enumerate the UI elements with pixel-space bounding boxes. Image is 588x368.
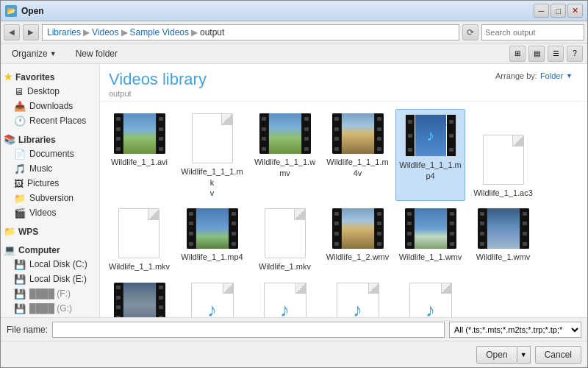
refresh-button[interactable]: ⟳ — [462, 24, 478, 40]
toolbar-right: ⊞ ▤ ☰ ? — [509, 46, 583, 62]
sidebar-item-local-e[interactable]: 💾 Local Disk (E:) — [1, 272, 99, 286]
maximize-button[interactable]: □ — [551, 4, 566, 18]
search-bar[interactable]: 🔍 — [481, 24, 584, 40]
sidebar-item-downloads[interactable]: 📥 Downloads — [1, 99, 99, 113]
sidebar-item-music[interactable]: 🎵 Music — [1, 161, 99, 176]
sidebar-favorites-section: ★ Favorites 🖥 Desktop 📥 Downloads 🕐 Rece… — [1, 70, 99, 128]
file-name: Wildlife_1_1.wmv — [399, 252, 462, 262]
sidebar-libraries-label: Libraries — [18, 135, 56, 145]
sidebar-computer-section: 💻 Computer 💾 Local Disk (C:) 💾 Local Dis… — [1, 243, 99, 316]
desktop-icon: 🖥 — [14, 86, 24, 97]
sidebar-item-pictures[interactable]: 🖼 Pictures — [1, 176, 99, 191]
sidebar-item-subversion[interactable]: 📁 Subversion — [1, 191, 99, 205]
help-button[interactable]: ? — [567, 46, 583, 62]
doc-thumbnail — [192, 113, 233, 163]
open-button-group: Open ▼ — [476, 346, 530, 364]
sidebar-drive-f-label: ████ (F:) — [29, 289, 71, 299]
filetype-select[interactable]: All (*.ts;*.mts;*.m2ts;*.trp;*.tp;* — [449, 322, 581, 338]
filename-bar: File name: All (*.ts;*.mts;*.m2ts;*.trp;… — [1, 317, 587, 341]
window-controls: ─ □ ✕ — [534, 4, 583, 18]
sidebar-desktop-label: Desktop — [27, 86, 60, 96]
file-item[interactable]: Wildlife_1_1_1.m4v — [323, 109, 392, 201]
open-button[interactable]: Open — [476, 346, 517, 364]
sidebar-recent-label: Recent Places — [29, 116, 86, 126]
file-item[interactable]: Wildlife_1_1.wmv — [395, 204, 465, 275]
new-folder-button[interactable]: New folder — [69, 46, 124, 62]
file-item[interactable]: ♪ — [323, 278, 392, 317]
file-name: Wildlife_1_1_1.mkv — [180, 166, 244, 198]
file-item[interactable]: Wildlife_1_1.ac3 — [468, 109, 538, 201]
sidebar-item-desktop[interactable]: 🖥 Desktop — [1, 84, 99, 99]
filename-input[interactable] — [52, 322, 445, 338]
file-item[interactable]: Wildlife_1_1.mp4 — [104, 278, 174, 317]
file-item[interactable]: Wildlife_1_2.wmv — [323, 204, 392, 275]
new-folder-label: New folder — [76, 49, 118, 59]
organize-button[interactable]: Organize ▼ — [5, 46, 63, 62]
sidebar-item-videos[interactable]: 🎬 Videos — [1, 205, 99, 220]
sidebar-item-documents[interactable]: 📄 Documents — [1, 146, 99, 161]
file-item[interactable]: Wildlife_1_1.avi — [104, 109, 174, 201]
documents-icon: 📄 — [14, 149, 26, 160]
sidebar-computer-header[interactable]: 💻 Computer — [1, 243, 99, 257]
computer-icon: 💻 — [4, 244, 15, 255]
doc-thumbnail — [265, 208, 306, 258]
doc-thumbnail — [483, 135, 524, 185]
minimize-button[interactable]: ─ — [534, 4, 549, 18]
sidebar-wps-label: WPS — [18, 227, 38, 237]
sidebar-item-recent-places[interactable]: 🕐 Recent Places — [1, 113, 99, 128]
subversion-icon: 📁 — [14, 193, 26, 204]
sidebar-downloads-label: Downloads — [29, 101, 73, 111]
sidebar-local-c-label: Local Disk (C:) — [29, 259, 87, 269]
file-item[interactable]: Wildlife_1_1_1.mkv — [177, 109, 247, 201]
arrange-bar: Arrange by: Folder ▼ — [495, 71, 573, 80]
video-thumbnail — [114, 283, 165, 317]
file-item[interactable]: Wildlife_1_1_1.wmv — [250, 109, 320, 201]
close-button[interactable]: ✕ — [567, 4, 583, 18]
file-item[interactable]: Wildlife_1.wmv — [468, 204, 538, 275]
sidebar-libraries-header[interactable]: 📚 Libraries — [1, 132, 99, 146]
breadcrumb-bar[interactable]: Libraries ▶ Videos ▶ Sample Videos ▶ out… — [42, 24, 459, 40]
wps-icon: 📁 — [4, 226, 15, 237]
file-item[interactable]: ♪ — [395, 278, 465, 317]
file-item-selected[interactable]: ♪ Wildlife_1_1_1.mp4 — [395, 109, 465, 201]
video-thumbnail — [114, 113, 165, 154]
breadcrumb-libraries[interactable]: Libraries — [47, 27, 81, 38]
sidebar-music-label: Music — [29, 163, 52, 174]
sidebar-item-drive-g[interactable]: 💾 ████ (G:) — [1, 301, 99, 316]
arrange-value[interactable]: Folder — [540, 71, 563, 80]
forward-button[interactable]: ▶ — [23, 24, 39, 40]
file-item[interactable]: ♪ — [250, 278, 320, 317]
cancel-button[interactable]: Cancel — [535, 346, 581, 364]
back-button[interactable]: ◀ — [4, 24, 20, 40]
breadcrumb-videos[interactable]: Videos — [92, 27, 118, 38]
file-name: Wildlife_1_1_1.m4v — [326, 157, 390, 178]
details-button[interactable]: ☰ — [548, 46, 564, 62]
sidebar-item-local-c[interactable]: 💾 Local Disk (C:) — [1, 257, 99, 272]
file-name: Wildlife_1.wmv — [476, 252, 530, 262]
open-dropdown-button[interactable]: ▼ — [517, 346, 531, 364]
sidebar-wps-header[interactable]: 📁 WPS — [1, 224, 99, 238]
views-button[interactable]: ⊞ — [509, 46, 526, 62]
video-thumbnail — [187, 208, 238, 249]
favorites-star-icon: ★ — [4, 71, 12, 82]
file-item[interactable]: Wildlife_1_1.mkv — [104, 204, 174, 275]
open-label: Open — [486, 350, 507, 360]
videos-icon: 🎬 — [14, 208, 26, 219]
music-doc-thumbnail: ♪ — [264, 283, 306, 317]
organize-label: Organize — [12, 49, 48, 59]
main-area: ★ Favorites 🖥 Desktop 📥 Downloads 🕐 Rece… — [1, 64, 587, 317]
sidebar-drive-g-label: ████ (G:) — [29, 303, 72, 314]
sidebar-favorites-header[interactable]: ★ Favorites — [1, 70, 99, 84]
file-item[interactable]: Wildlife_1_1.mp4 — [177, 204, 247, 275]
window-title: Open — [21, 6, 534, 16]
preview-button[interactable]: ▤ — [528, 46, 545, 62]
breadcrumb-sample-videos[interactable]: Sample Videos — [130, 27, 190, 38]
video-thumbnail — [332, 113, 384, 154]
file-item[interactable]: ♪ 2018-09-2811.17.10.mp4 — [177, 278, 247, 317]
search-input[interactable] — [485, 28, 587, 37]
sidebar-item-drive-f[interactable]: 💾 ████ (F:) — [1, 286, 99, 301]
video-thumbnail — [478, 208, 529, 249]
file-item[interactable]: Wildlife_1.mkv — [250, 204, 320, 275]
arrange-dropdown-icon[interactable]: ▼ — [566, 72, 573, 79]
cancel-label: Cancel — [545, 350, 572, 360]
